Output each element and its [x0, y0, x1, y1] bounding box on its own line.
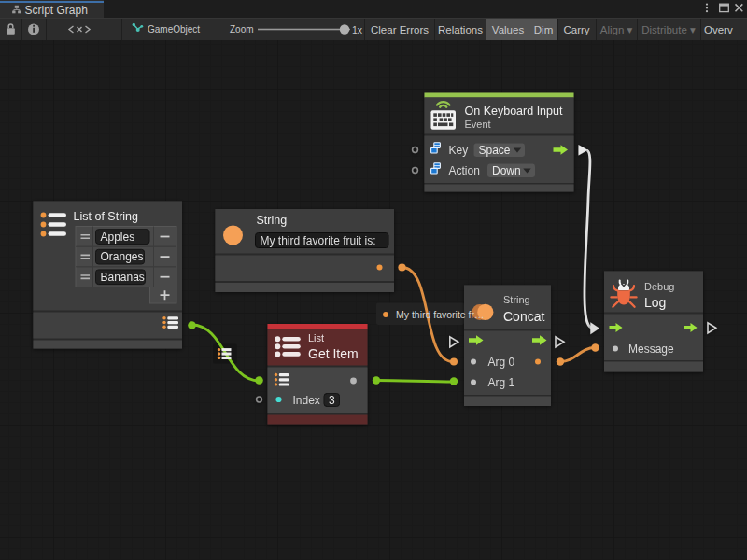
svg-text:List of String: List of String	[74, 210, 139, 223]
svg-text:Index: Index	[293, 394, 320, 407]
svg-text:3: 3	[329, 394, 335, 407]
svg-text:My third favorite fruit is:: My third favorite fruit is:	[261, 234, 376, 247]
svg-text:Arg 1: Arg 1	[488, 376, 515, 389]
svg-text:Down: Down	[492, 164, 521, 177]
svg-text:String: String	[257, 214, 288, 227]
svg-text:Key: Key	[449, 144, 469, 157]
svg-text:List: List	[308, 332, 324, 343]
svg-text:Debug: Debug	[644, 281, 674, 292]
svg-text:Event: Event	[465, 119, 491, 130]
svg-text:Space: Space	[479, 144, 511, 157]
svg-text:Arg 0: Arg 0	[488, 356, 515, 369]
svg-text:Apples: Apples	[101, 231, 135, 244]
svg-text:Oranges: Oranges	[101, 250, 144, 263]
svg-text:On Keyboard Input: On Keyboard Input	[465, 105, 563, 118]
svg-text:Action: Action	[449, 164, 480, 177]
svg-text:Log: Log	[644, 295, 666, 310]
svg-text:Get Item: Get Item	[308, 346, 359, 361]
svg-text:Bananas: Bananas	[101, 271, 145, 284]
svg-text:My third favorite fr…: My third favorite fr…	[396, 309, 485, 320]
svg-text:Concat: Concat	[503, 309, 544, 324]
svg-text:Message: Message	[628, 343, 674, 356]
svg-text:String: String	[503, 294, 530, 305]
